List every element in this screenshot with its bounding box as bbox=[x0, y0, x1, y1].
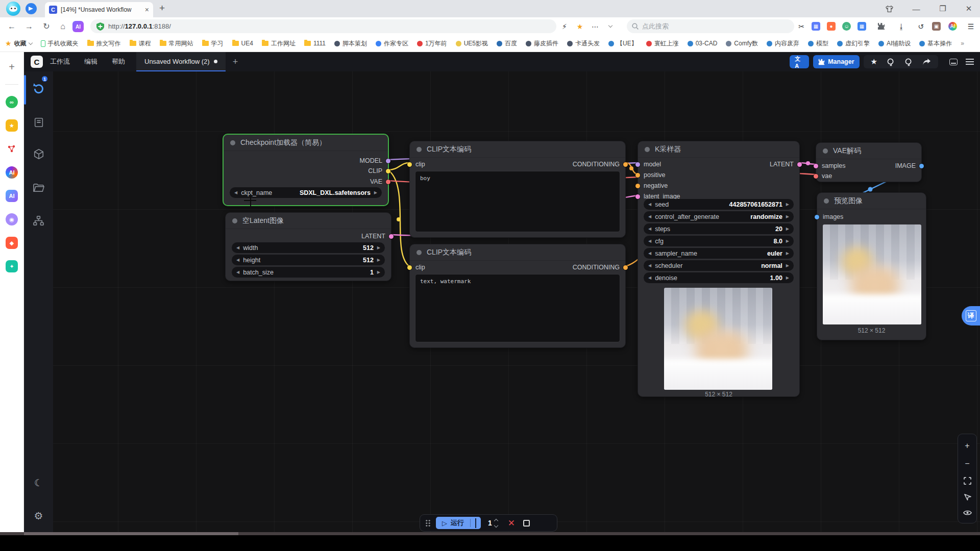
widget-ckpt-name[interactable]: ◀ ckpt_name SDXL_DXL.safetensors ▶ bbox=[230, 187, 382, 198]
next-arrow-icon[interactable]: ▶ bbox=[374, 190, 377, 195]
bookmark-item[interactable]: UE5影视 bbox=[456, 39, 488, 48]
bottom-panel-toggle-icon[interactable] bbox=[949, 59, 958, 65]
browser-tab[interactable]: C [14%] *Unsaved Workflow × bbox=[45, 2, 153, 17]
prev-arrow-icon[interactable]: ◀ bbox=[648, 239, 651, 243]
node-clip-text-encode-positive[interactable]: CLIP文本编码 clip CONDITIONING boy bbox=[409, 141, 626, 238]
account-avatar-icon[interactable]: ☺ bbox=[842, 22, 851, 31]
increment-icon[interactable] bbox=[494, 518, 498, 522]
teal-app-icon[interactable]: ✦ bbox=[6, 260, 18, 272]
red-app-icon[interactable]: ◆ bbox=[6, 237, 18, 249]
zoom-in-icon[interactable]: + bbox=[965, 441, 969, 450]
prev-arrow-icon[interactable]: ◀ bbox=[648, 227, 651, 231]
sidebar-item-logs[interactable] bbox=[24, 112, 53, 133]
input-samples[interactable]: samples bbox=[814, 162, 846, 169]
drag-handle-icon[interactable] bbox=[425, 519, 431, 527]
back-icon[interactable]: ← bbox=[4, 17, 19, 35]
input-clip[interactable]: clip bbox=[407, 264, 425, 271]
favorites-menu[interactable]: ★ 收藏 bbox=[5, 39, 32, 48]
bookmark-item[interactable]: 作家专区 bbox=[376, 39, 408, 48]
prompt-textarea[interactable]: text, watermark bbox=[415, 274, 620, 342]
ksampler-preview-image[interactable] bbox=[664, 288, 772, 390]
output-clip[interactable]: CLIP bbox=[368, 167, 390, 174]
bookmark-item[interactable]: 脚本策划 bbox=[334, 39, 367, 48]
node-vae-decode[interactable]: VAE解码 samples vae IMAGE bbox=[816, 142, 922, 182]
more-actions-icon[interactable]: ⋯ bbox=[588, 17, 602, 35]
widget-control_after_generate[interactable]: ◀ control_after_generate randomize ▶ bbox=[644, 211, 794, 222]
browser-menu-icon[interactable]: ☰ bbox=[964, 17, 978, 35]
input-negative[interactable]: negative bbox=[635, 182, 668, 189]
widget-cfg[interactable]: ◀ cfg 8.0 ▶ bbox=[644, 236, 794, 246]
next-arrow-icon[interactable]: ▶ bbox=[377, 245, 380, 250]
bot-app-icon[interactable]: ◉ bbox=[6, 213, 18, 226]
bookmark-item[interactable]: 课程 bbox=[130, 39, 151, 48]
menu-edit[interactable]: 编辑 bbox=[77, 57, 105, 66]
next-arrow-icon[interactable]: ▶ bbox=[786, 263, 789, 268]
bookmark-item[interactable]: 藤皮插件 bbox=[526, 39, 558, 48]
forward-icon[interactable]: → bbox=[21, 17, 37, 35]
input-clip[interactable]: clip bbox=[407, 161, 425, 168]
page-translate-button[interactable]: 译 bbox=[962, 306, 980, 325]
translate-toggle-button[interactable]: 文A bbox=[790, 55, 809, 68]
home-icon[interactable]: ⌂ bbox=[55, 17, 70, 35]
apps-grid-icon[interactable]: ▦ bbox=[812, 22, 820, 31]
bookmark-item[interactable]: 推文写作 bbox=[87, 39, 121, 48]
select-cursor-icon[interactable] bbox=[964, 493, 971, 501]
bookmarks-overflow[interactable]: » bbox=[961, 40, 964, 47]
widget-steps[interactable]: ◀ steps 20 ▶ bbox=[644, 223, 794, 234]
next-arrow-icon[interactable]: ▶ bbox=[786, 214, 789, 219]
prev-arrow-icon[interactable]: ◀ bbox=[234, 190, 237, 195]
extensions-puzzle-icon[interactable] bbox=[874, 17, 888, 35]
node-checkpoint-loader[interactable]: Checkpoint加载器（简易） MODEL CLIP VAE ◀ ckpt_… bbox=[223, 134, 389, 206]
green-app-icon[interactable]: ∞ bbox=[6, 96, 18, 108]
output-latent[interactable]: LATENT bbox=[361, 233, 394, 240]
bookmark-item[interactable]: 03-CAD bbox=[688, 40, 718, 47]
output-conditioning[interactable]: CONDITIONING bbox=[573, 161, 628, 168]
output-conditioning[interactable]: CONDITIONING bbox=[573, 264, 628, 271]
bookmark-item[interactable]: 1111 bbox=[304, 40, 326, 47]
dropdown-chevron-icon[interactable] bbox=[603, 17, 618, 35]
widget-seed[interactable]: ◀ seed 442857061652871 ▶ bbox=[644, 199, 794, 210]
run-button[interactable]: ▷ 运行 bbox=[436, 517, 481, 529]
prev-arrow-icon[interactable]: ◀ bbox=[648, 214, 651, 219]
widget-scheduler[interactable]: ◀ scheduler normal ▶ bbox=[644, 260, 794, 271]
settings-gear-icon[interactable]: ⚙ bbox=[24, 506, 53, 526]
input-model[interactable]: model bbox=[635, 161, 661, 168]
bookmark-item[interactable]: 常用网站 bbox=[160, 39, 193, 48]
preview-node-image[interactable] bbox=[823, 224, 921, 324]
node-empty-latent[interactable]: 空Latent图像 LATENT ◀ width 512 ▶ ◀ height … bbox=[225, 212, 391, 281]
messenger-icon[interactable] bbox=[26, 3, 37, 14]
prev-arrow-icon[interactable]: ◀ bbox=[236, 245, 239, 250]
input-positive[interactable]: positive bbox=[635, 171, 665, 179]
zoom-out-icon[interactable]: − bbox=[965, 459, 969, 468]
browser-mascot-icon[interactable] bbox=[6, 2, 20, 16]
node-ksampler[interactable]: K采样器 model positive negative latent_imag… bbox=[638, 141, 800, 397]
prev-arrow-icon[interactable]: ◀ bbox=[648, 251, 651, 256]
sidebar-add-icon[interactable]: + bbox=[9, 61, 15, 73]
bookmark-item[interactable]: 卡通头发 bbox=[567, 39, 600, 48]
output-latent[interactable]: LATENT bbox=[770, 161, 802, 168]
next-arrow-icon[interactable]: ▶ bbox=[786, 239, 789, 243]
manager-button[interactable]: Manager bbox=[813, 55, 859, 68]
reload-icon[interactable]: ↻ bbox=[39, 17, 54, 35]
new-workflow-button[interactable]: + bbox=[226, 57, 246, 67]
sidebar-item-node-library[interactable]: rect{fill:none;stroke:#878c94;stroke-wid… bbox=[24, 210, 53, 231]
undo-history-icon[interactable]: ↺ bbox=[914, 17, 928, 35]
output-vae[interactable]: VAE bbox=[370, 178, 390, 185]
scissors-icon[interactable]: ✂ bbox=[794, 17, 808, 35]
sidebar-item-models[interactable] bbox=[24, 144, 53, 164]
extension-icon-a[interactable] bbox=[887, 58, 895, 66]
bookmark-star-icon[interactable]: ★ bbox=[573, 17, 587, 35]
molecule-app-icon[interactable] bbox=[6, 143, 18, 155]
toggle-preview-eye-icon[interactable] bbox=[963, 510, 972, 516]
ai-assistant-icon[interactable]: AI bbox=[948, 22, 957, 31]
sidebar-item-workflows[interactable] bbox=[24, 178, 53, 198]
menu-help[interactable]: 帮助 bbox=[105, 57, 132, 66]
bookmark-item[interactable]: 寰虹上涨 bbox=[646, 39, 679, 48]
quick-action-icon[interactable]: ⚡ bbox=[557, 17, 572, 35]
decrement-icon[interactable] bbox=[494, 523, 498, 527]
menubar-menu-icon[interactable] bbox=[966, 59, 974, 65]
tab-close-icon[interactable]: × bbox=[145, 6, 149, 14]
favorites-icon[interactable]: ★ bbox=[871, 57, 877, 66]
bookmark-item[interactable]: 虚幻引擎 bbox=[837, 39, 870, 48]
menu-workflow[interactable]: 工作流 bbox=[43, 57, 77, 66]
